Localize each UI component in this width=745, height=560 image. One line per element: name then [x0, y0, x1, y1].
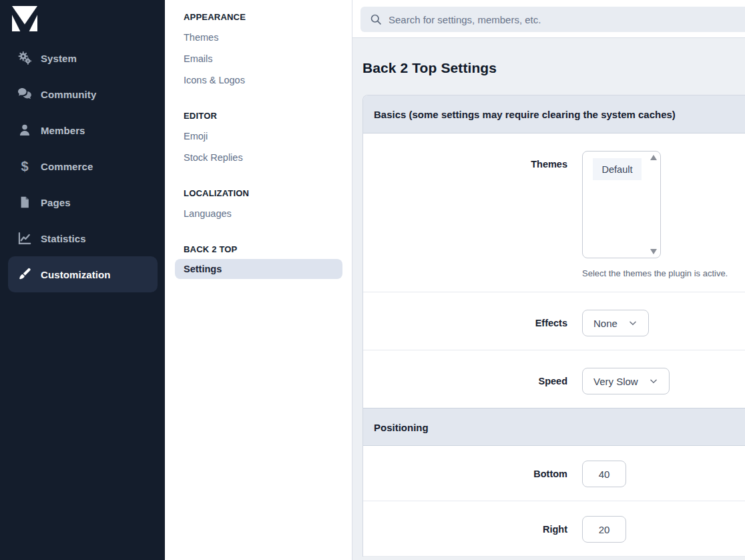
- subnav-group-title: BACK 2 TOP: [184, 244, 342, 255]
- subnav-item-icons-logos[interactable]: Icons & Logos: [184, 69, 342, 91]
- sidebar-item-label: System: [41, 53, 77, 64]
- primary-sidebar: System Community Members $: [0, 0, 165, 560]
- sidebar-item-label: Members: [41, 125, 85, 136]
- subnav-item-settings[interactable]: Settings: [175, 259, 342, 279]
- app-logo[interactable]: [0, 0, 165, 40]
- sidebar-item-label: Statistics: [41, 233, 86, 244]
- speed-select-value: Very Slow: [593, 376, 638, 387]
- gears-icon: [17, 50, 33, 66]
- field-row-bottom: Bottom: [363, 446, 745, 501]
- field-row-effects: Effects None: [363, 292, 745, 350]
- effects-select[interactable]: None: [582, 310, 649, 336]
- subnav-group-localization: LOCALIZATION Languages: [184, 188, 342, 224]
- field-row-themes: Themes Default Select the themes the plu…: [363, 133, 745, 292]
- sidebar-item-system[interactable]: System: [8, 40, 158, 76]
- subnav-group-title: EDITOR: [184, 111, 342, 121]
- field-row-speed: Speed Very Slow: [363, 350, 745, 408]
- topbar: [352, 0, 745, 38]
- subnav-group-editor: EDITOR Emoji Stock Replies: [184, 111, 342, 168]
- invision-logo-icon: [12, 6, 37, 31]
- scroll-down-icon[interactable]: [650, 249, 657, 254]
- themes-help-text: Select the themes the plugin is active.: [582, 268, 728, 278]
- sidebar-item-label: Community: [41, 89, 96, 100]
- primary-nav-list: System Community Members $: [0, 40, 165, 292]
- sidebar-item-label: Commerce: [41, 161, 93, 172]
- sidebar-item-label: Customization: [41, 269, 111, 280]
- field-label-effects: Effects: [363, 292, 567, 350]
- subnav-item-stock-replies[interactable]: Stock Replies: [184, 147, 342, 168]
- subnav-item-emails[interactable]: Emails: [184, 48, 342, 69]
- bottom-offset-input[interactable]: [582, 461, 626, 487]
- sidebar-item-pages[interactable]: Pages: [8, 184, 158, 220]
- chat-bubbles-icon: [17, 86, 33, 102]
- sidebar-item-community[interactable]: Community: [8, 76, 158, 112]
- subnav-group-back2top: BACK 2 TOP Settings: [184, 244, 342, 279]
- page-title: Back 2 Top Settings: [362, 60, 745, 76]
- dollar-icon: $: [17, 158, 33, 174]
- subnav-group-title: LOCALIZATION: [184, 188, 342, 199]
- person-icon: [17, 122, 33, 138]
- themes-multiselect[interactable]: Default: [582, 151, 661, 258]
- section-header-basics: Basics (some settings may require cleari…: [363, 95, 745, 133]
- subnav-group-title: APPEARANCE: [184, 12, 342, 23]
- search-input[interactable]: [360, 7, 745, 32]
- chevron-down-icon: [649, 376, 658, 386]
- section-header-positioning: Positioning: [363, 408, 745, 446]
- subnav-group-appearance: APPEARANCE Themes Emails Icons & Logos: [184, 12, 342, 91]
- speed-select[interactable]: Very Slow: [582, 368, 670, 394]
- sidebar-item-statistics[interactable]: Statistics: [8, 220, 158, 256]
- field-label-speed: Speed: [363, 350, 567, 408]
- field-label-bottom: Bottom: [363, 446, 567, 501]
- chevron-down-icon: [628, 318, 638, 328]
- subnav-item-themes[interactable]: Themes: [184, 27, 342, 48]
- field-label-themes: Themes: [363, 133, 567, 292]
- subnav-item-languages[interactable]: Languages: [184, 203, 342, 224]
- main-content: Back 2 Top Settings Basics (some setting…: [352, 0, 745, 560]
- multiselect-scrollbar[interactable]: [650, 155, 658, 254]
- chart-line-icon: [17, 230, 33, 246]
- scroll-up-icon[interactable]: [650, 155, 657, 160]
- secondary-sidebar: APPEARANCE Themes Emails Icons & Logos E…: [165, 0, 352, 560]
- settings-page: Back 2 Top Settings Basics (some setting…: [352, 38, 745, 557]
- file-icon: [17, 194, 33, 210]
- field-row-right: Right: [363, 501, 745, 557]
- effects-select-value: None: [593, 318, 617, 329]
- settings-form-card: Basics (some settings may require cleari…: [362, 95, 745, 557]
- sidebar-item-customization[interactable]: Customization: [8, 256, 158, 292]
- right-offset-input[interactable]: [582, 516, 626, 543]
- field-label-right: Right: [363, 501, 567, 556]
- themes-option-default[interactable]: Default: [593, 158, 642, 180]
- subnav-item-emoji[interactable]: Emoji: [184, 125, 342, 147]
- sidebar-item-members[interactable]: Members: [8, 112, 158, 148]
- sidebar-item-commerce[interactable]: $ Commerce: [8, 148, 158, 184]
- sidebar-item-label: Pages: [41, 197, 71, 208]
- paintbrush-icon: [17, 266, 33, 282]
